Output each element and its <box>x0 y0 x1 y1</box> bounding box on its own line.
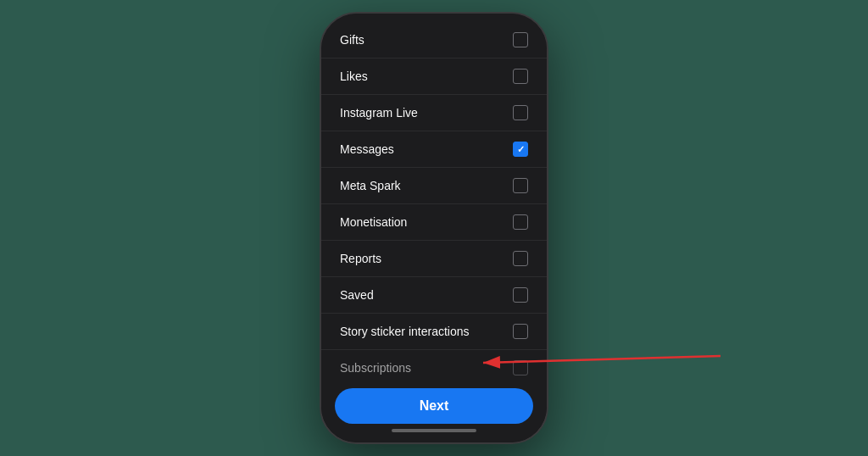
phone-screen: GiftsLikesInstagram LiveMessagesMeta Spa… <box>321 14 547 442</box>
list-item[interactable]: Story sticker interactions <box>321 314 547 350</box>
list-item[interactable]: Gifts <box>321 22 547 58</box>
item-label: Likes <box>340 70 368 83</box>
checkbox-reports[interactable] <box>513 251 528 266</box>
checkbox-instagram-live[interactable] <box>513 105 528 120</box>
checkbox-gifts[interactable] <box>513 32 528 47</box>
checkbox-story-sticker[interactable] <box>513 324 528 339</box>
home-indicator <box>392 429 476 432</box>
list-item[interactable]: Reports <box>321 241 547 277</box>
list-container: GiftsLikesInstagram LiveMessagesMeta Spa… <box>321 14 547 380</box>
list-item[interactable]: Subscriptions <box>321 350 547 380</box>
list-item[interactable]: Messages <box>321 131 547 168</box>
next-button[interactable]: Next <box>335 388 533 424</box>
list-item[interactable]: Saved <box>321 277 547 314</box>
item-label: Monetisation <box>340 215 407 229</box>
phone-frame: GiftsLikesInstagram LiveMessagesMeta Spa… <box>320 12 548 444</box>
checkbox-meta-spark[interactable] <box>513 178 528 193</box>
checkbox-messages[interactable] <box>513 142 528 157</box>
item-label: Meta Spark <box>340 179 401 192</box>
item-label: Gifts <box>340 33 364 47</box>
item-label: Story sticker interactions <box>340 325 470 338</box>
item-label: Instagram Live <box>340 106 418 120</box>
item-label: Reports <box>340 252 381 265</box>
item-label: Subscriptions <box>340 361 411 375</box>
checkbox-monetisation[interactable] <box>513 214 528 230</box>
item-label: Messages <box>340 142 394 156</box>
checkbox-saved[interactable] <box>513 287 528 303</box>
checkbox-likes[interactable] <box>513 69 528 84</box>
checkbox-subscriptions[interactable] <box>513 360 528 375</box>
item-label: Saved <box>340 288 374 302</box>
list-item[interactable]: Instagram Live <box>321 95 547 131</box>
list-item[interactable]: Monetisation <box>321 204 547 241</box>
bottom-section: Next <box>321 380 547 442</box>
list-item[interactable]: Likes <box>321 58 547 95</box>
list-item[interactable]: Meta Spark <box>321 168 547 204</box>
